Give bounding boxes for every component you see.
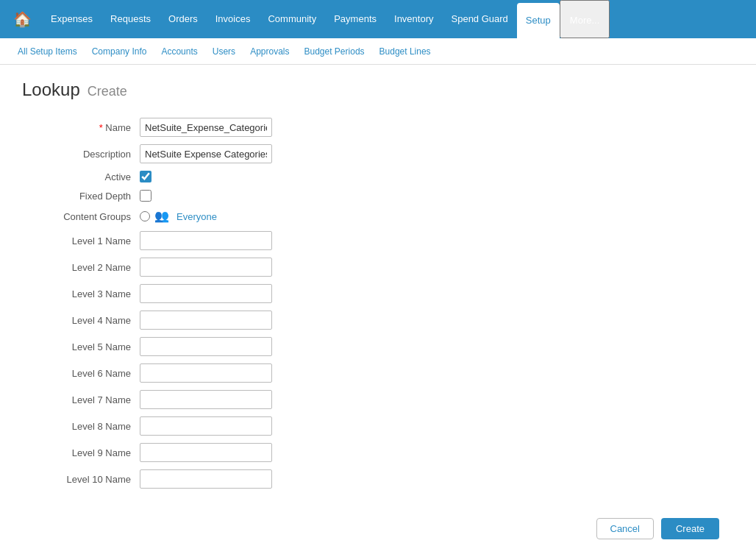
nav-payments[interactable]: Payments	[325, 0, 385, 38]
subnav-company-info[interactable]: Company Info	[86, 38, 153, 65]
content-group-radio[interactable]	[140, 211, 150, 221]
create-button[interactable]: Create	[661, 518, 719, 539]
level-1-row: Level 1 Name	[22, 231, 463, 250]
level-7-row: Level 7 Name	[22, 390, 463, 409]
level-5-label: Level 5 Name	[22, 341, 140, 352]
subnav-users[interactable]: Users	[207, 38, 241, 65]
subnav-accounts[interactable]: Accounts	[155, 38, 203, 65]
level-2-label: Level 2 Name	[22, 262, 140, 273]
sub-nav: All Setup Items Company Info Accounts Us…	[0, 38, 756, 65]
level-2-input[interactable]	[140, 258, 272, 277]
nav-expenses[interactable]: Expenses	[42, 0, 101, 38]
level-2-row: Level 2 Name	[22, 258, 463, 277]
level-8-label: Level 8 Name	[22, 421, 140, 432]
nav-community[interactable]: Community	[259, 0, 325, 38]
subnav-approvals[interactable]: Approvals	[244, 38, 295, 65]
home-button[interactable]: 🏠	[6, 4, 39, 34]
subnav-budget-lines[interactable]: Budget Lines	[374, 38, 437, 65]
name-input[interactable]	[140, 118, 272, 137]
level-6-label: Level 6 Name	[22, 368, 140, 379]
form-footer: Cancel Create	[22, 518, 734, 554]
fixed-depth-label: Fixed Depth	[22, 191, 140, 202]
level-9-label: Level 9 Name	[22, 447, 140, 458]
subnav-budget-periods[interactable]: Budget Periods	[299, 38, 371, 65]
level-8-input[interactable]	[140, 416, 272, 436]
page-title: Lookup	[22, 79, 80, 100]
name-label: Name	[22, 122, 140, 133]
nav-setup[interactable]: Setup	[517, 3, 560, 38]
content-groups-row: Content Groups Everyone	[22, 209, 463, 224]
nav-inventory[interactable]: Inventory	[385, 0, 442, 38]
active-label: Active	[22, 171, 140, 182]
fixed-depth-row: Fixed Depth	[22, 190, 463, 202]
nav-requests[interactable]: Requests	[101, 0, 160, 38]
everyone-label: Everyone	[176, 211, 217, 222]
level-3-row: Level 3 Name	[22, 284, 463, 303]
level-5-row: Level 5 Name	[22, 337, 463, 356]
nav-spend-guard[interactable]: Spend Guard	[443, 0, 517, 38]
nav-more[interactable]: More...	[560, 0, 610, 38]
fixed-depth-checkbox[interactable]	[140, 190, 151, 202]
level-rows: Level 1 NameLevel 2 NameLevel 3 NameLeve…	[22, 231, 463, 489]
level-4-label: Level 4 Name	[22, 315, 140, 326]
main-content: Lookup Create Name Description Active Fi…	[0, 65, 756, 557]
active-row: Active	[22, 171, 463, 182]
name-row: Name	[22, 118, 463, 137]
active-checkbox[interactable]	[140, 171, 151, 182]
content-groups-control: Everyone	[140, 209, 217, 224]
cancel-button[interactable]: Cancel	[596, 518, 654, 539]
page-subtitle: Create	[88, 84, 127, 99]
lookup-form: Name Description Active Fixed Depth Cont…	[22, 118, 463, 489]
nav-orders[interactable]: Orders	[160, 0, 207, 38]
nav-invoices[interactable]: Invoices	[207, 0, 260, 38]
level-6-input[interactable]	[140, 363, 272, 383]
level-3-label: Level 3 Name	[22, 288, 140, 299]
level-1-input[interactable]	[140, 231, 272, 250]
people-icon	[154, 209, 172, 224]
level-8-row: Level 8 Name	[22, 416, 463, 436]
description-input[interactable]	[140, 144, 272, 163]
level-9-input[interactable]	[140, 443, 272, 462]
level-9-row: Level 9 Name	[22, 443, 463, 462]
level-6-row: Level 6 Name	[22, 363, 463, 383]
level-10-label: Level 10 Name	[22, 474, 140, 485]
level-7-input[interactable]	[140, 390, 272, 409]
level-10-row: Level 10 Name	[22, 469, 463, 489]
level-4-row: Level 4 Name	[22, 311, 463, 330]
top-nav: 🏠 Expenses Requests Orders Invoices Comm…	[0, 0, 756, 38]
content-groups-label: Content Groups	[22, 211, 140, 222]
level-1-label: Level 1 Name	[22, 235, 140, 246]
level-10-input[interactable]	[140, 469, 272, 489]
level-7-label: Level 7 Name	[22, 394, 140, 405]
subnav-all-setup-items[interactable]: All Setup Items	[12, 38, 83, 65]
description-label: Description	[22, 149, 140, 160]
level-3-input[interactable]	[140, 284, 272, 303]
level-5-input[interactable]	[140, 337, 272, 356]
page-header: Lookup Create	[22, 79, 734, 100]
description-row: Description	[22, 144, 463, 163]
level-4-input[interactable]	[140, 311, 272, 330]
